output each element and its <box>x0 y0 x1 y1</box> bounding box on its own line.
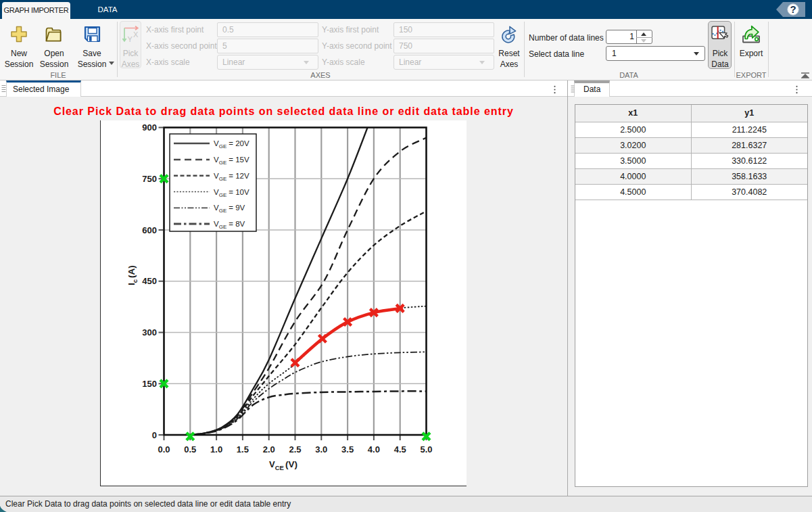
svg-text:Y: Y <box>128 35 133 43</box>
svg-text:900: 900 <box>142 122 157 133</box>
svg-text:300: 300 <box>142 327 157 338</box>
svg-text:VCE(V): VCE(V) <box>269 459 297 471</box>
svg-text:1.0: 1.0 <box>210 444 222 455</box>
svg-text:4.0: 4.0 <box>368 444 380 455</box>
svg-text:3.0: 3.0 <box>315 444 327 455</box>
svg-text:Ic(A): Ic(A) <box>126 265 139 285</box>
svg-text:150: 150 <box>142 379 157 389</box>
svg-text:450: 450 <box>142 276 157 286</box>
svg-text:1.5: 1.5 <box>237 444 249 455</box>
svg-text:2.5: 2.5 <box>289 444 301 455</box>
svg-text:0: 0 <box>152 430 157 440</box>
svg-text:3.5: 3.5 <box>341 444 354 455</box>
svg-text:750: 750 <box>142 174 157 184</box>
svg-text:X: X <box>133 30 139 39</box>
svg-text:0.0: 0.0 <box>158 444 170 455</box>
svg-text:600: 600 <box>142 225 157 235</box>
svg-text:5.0: 5.0 <box>420 444 432 455</box>
svg-text:0.5: 0.5 <box>184 444 196 455</box>
svg-text:4.5: 4.5 <box>394 444 406 455</box>
svg-text:2.0: 2.0 <box>263 444 275 455</box>
svg-text:?: ? <box>790 3 796 15</box>
